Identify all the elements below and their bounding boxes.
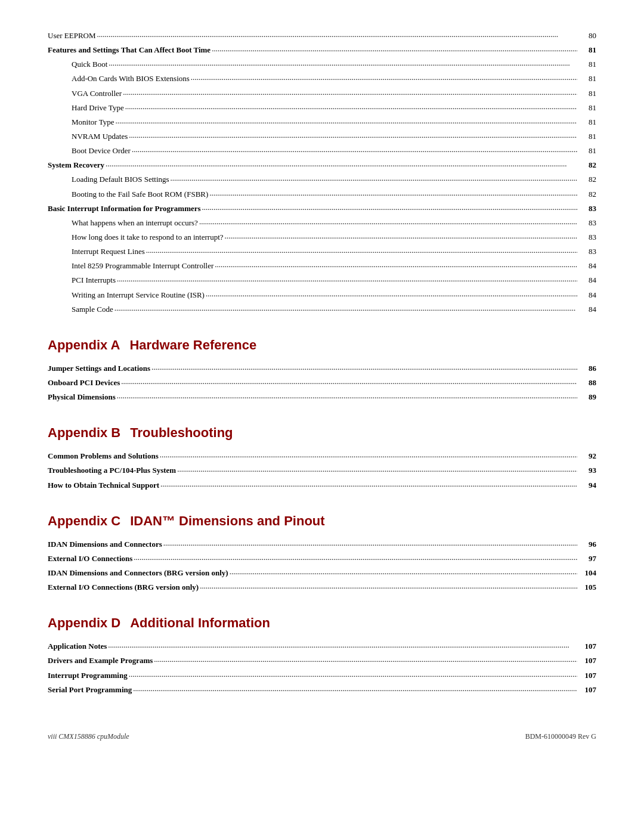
toc-entry-text: IDAN Dimensions and Connectors [48, 538, 162, 550]
toc-entry-text: Physical Dimensions [48, 391, 116, 403]
toc-entry-text: Drivers and Example Programs [48, 655, 153, 667]
appendix-b-entries: Common Problems and Solutions92Troublesh… [48, 450, 596, 491]
dots-leader [151, 361, 577, 374]
toc-entry-text: IDAN Dimensions and Connectors (BRG vers… [48, 567, 228, 579]
toc-entry: Intel 8259 Programmable Interrupt Contro… [48, 260, 596, 272]
dots-leader [129, 129, 577, 142]
toc-entry: External I/O Connections97 [48, 553, 596, 565]
toc-entry-text: Interrupt Request Lines [48, 246, 145, 258]
toc-entry-text: Intel 8259 Programmable Interrupt Contro… [48, 260, 213, 272]
toc-entry: Physical Dimensions89 [48, 391, 596, 404]
toc-entry-text: Application Notes [48, 640, 107, 652]
toc-entry-text: Boot Device Order [48, 145, 131, 157]
dots-leader [154, 654, 577, 666]
toc-page-number: 88 [578, 377, 596, 389]
toc-entry: What happens when an interrupt occurs?83 [48, 217, 596, 230]
appendix-d-header: Appendix DAdditional Information [48, 615, 596, 631]
dots-leader [133, 683, 577, 695]
toc-entry: Loading Default BIOS Settings82 [48, 174, 596, 186]
toc-entry-text: System Recovery [48, 159, 104, 171]
toc-entry-text: Features and Settings That Can Affect Bo… [48, 44, 210, 56]
toc-page-number: 81 [578, 73, 596, 85]
appendix-d-entries: Application Notes107Drivers and Example … [48, 640, 596, 696]
toc-entry-text: Serial Port Programming [48, 684, 132, 696]
toc-entry: How long does it take to respond to an i… [48, 231, 596, 244]
toc-entry: Add-On Cards With BIOS Extensions81 [48, 73, 596, 85]
appendix-c-entries: IDAN Dimensions and Connectors96External… [48, 538, 596, 594]
toc-entry: System Recovery82 [48, 159, 596, 172]
toc-page-number: 82 [578, 159, 596, 171]
toc-page-number: 89 [578, 391, 596, 403]
toc-page-number: 82 [578, 174, 596, 185]
dots-leader [225, 230, 577, 243]
toc-page-number: 81 [578, 88, 596, 100]
toc-entry-text: Booting to the Fail Safe Boot ROM (FSBR) [48, 188, 208, 200]
toc-entry: Drivers and Example Programs107 [48, 655, 596, 667]
toc-entry: Boot Device Order81 [48, 145, 596, 157]
toc-page-number: 80 [578, 30, 596, 42]
dots-leader [200, 580, 577, 593]
dots-leader [117, 273, 577, 286]
dots-leader [230, 566, 577, 578]
toc-entry: IDAN Dimensions and Connectors (BRG vers… [48, 567, 596, 580]
dots-leader [209, 187, 577, 200]
toc-entry: Hard Drive Type81 [48, 102, 596, 114]
appendix-b-label: Appendix B [48, 425, 120, 440]
dots-leader [191, 72, 577, 84]
toc-entry-text: User EEPROM [48, 30, 96, 42]
toc-page-number: 81 [578, 44, 596, 56]
toc-entry-text: PCI Interrupts [48, 274, 116, 286]
toc-page-number: 81 [578, 116, 596, 128]
dots-leader [215, 259, 577, 271]
toc-entry-text: How to Obtain Technical Support [48, 479, 159, 491]
dots-leader [171, 172, 577, 185]
toc-entry-text: Monitor Type [48, 116, 114, 128]
toc-entry-text: Add-On Cards With BIOS Extensions [48, 73, 190, 85]
toc-entry-text: Quick Boot [48, 58, 107, 70]
toc-entry: Basic Interrupt Information for Programm… [48, 203, 596, 215]
toc-entry-text: Onboard PCI Devices [48, 377, 120, 389]
toc-page-number: 97 [578, 553, 596, 565]
toc-page-number: 86 [578, 363, 596, 374]
toc-entry: Booting to the Fail Safe Boot ROM (FSBR)… [48, 188, 596, 201]
appendix-c-label: Appendix C [48, 513, 120, 528]
dots-leader [177, 463, 577, 476]
toc-entry-text: External I/O Connections [48, 553, 132, 565]
dots-leader [134, 552, 577, 564]
toc-page-number: 84 [578, 274, 596, 286]
dots-leader [117, 390, 577, 402]
toc-page-number: 107 [578, 684, 596, 696]
dots-leader [206, 288, 577, 301]
toc-entry: User EEPROM80 [48, 30, 596, 42]
dots-leader [199, 216, 577, 228]
toc-page-number: 81 [578, 145, 596, 157]
toc-entry: Features and Settings That Can Affect Bo… [48, 44, 596, 57]
dots-leader [160, 478, 577, 491]
toc-page-number: 81 [578, 131, 596, 143]
appendix-a-title: Hardware Reference [129, 337, 256, 352]
dots-leader [163, 537, 577, 550]
dots-leader [212, 43, 577, 55]
dots-leader [202, 202, 577, 214]
toc-entry-text: Hard Drive Type [48, 102, 124, 114]
toc-entry: Serial Port Programming107 [48, 684, 596, 696]
dots-leader [146, 244, 577, 257]
toc-entry-text: VGA Controller [48, 88, 122, 100]
dots-leader [106, 158, 577, 171]
toc-entry: Quick Boot81 [48, 58, 596, 71]
toc-page-number: 81 [578, 102, 596, 114]
toc-page-number: 84 [578, 260, 596, 272]
toc-page-number: 92 [578, 450, 596, 462]
toc-entry: Common Problems and Solutions92 [48, 450, 596, 463]
toc-entry-text: Loading Default BIOS Settings [48, 174, 169, 185]
appendix-d-title: Additional Information [130, 615, 270, 630]
dots-leader [160, 449, 577, 462]
toc-entry-text: External I/O Connections (BRG version on… [48, 581, 199, 593]
toc-entry: Interrupt Programming107 [48, 670, 596, 682]
dots-leader [108, 639, 577, 652]
toc-entry-text: NVRAM Updates [48, 131, 128, 143]
page-footer: viii CMX158886 cpuModule BDM-610000049 R… [48, 732, 596, 741]
appendix-c-title: IDAN™ Dimensions and Pinout [130, 513, 324, 528]
toc-entry: How to Obtain Technical Support94 [48, 479, 596, 492]
toc-entry-text: Interrupt Programming [48, 670, 128, 682]
